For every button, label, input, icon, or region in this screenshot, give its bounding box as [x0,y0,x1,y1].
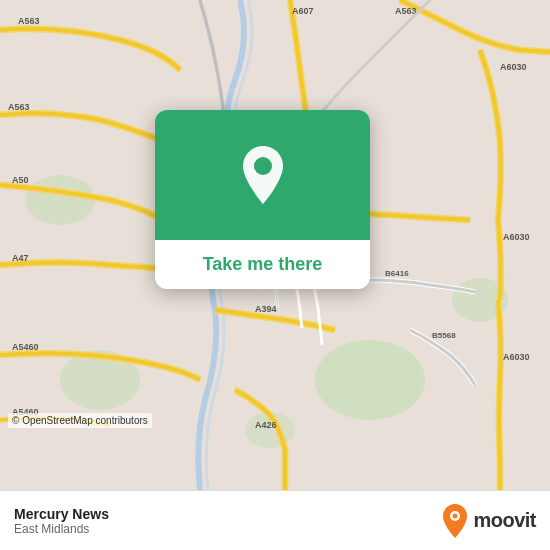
svg-text:A50: A50 [12,175,29,185]
location-pin-icon [237,144,289,206]
location-region: East Midlands [14,522,109,536]
moovit-logo: moovit [441,503,536,539]
svg-point-25 [453,513,458,518]
card-body: Take me there [155,240,370,289]
svg-text:B5568: B5568 [432,331,456,340]
svg-text:A6030: A6030 [503,232,530,242]
osm-credit: © OpenStreetMap contributors [8,413,152,428]
card-header [155,110,370,240]
moovit-pin-icon [441,503,469,539]
moovit-label: moovit [473,509,536,532]
svg-text:A394: A394 [255,304,277,314]
bottom-bar: Mercury News East Midlands moovit [0,490,550,550]
svg-point-23 [254,157,272,175]
svg-text:A47: A47 [12,253,29,263]
location-card: Take me there [155,110,370,289]
location-info: Mercury News East Midlands [14,506,109,536]
svg-text:A607: A607 [292,6,314,16]
svg-text:B6416: B6416 [385,269,409,278]
svg-text:A5460: A5460 [12,342,39,352]
location-name: Mercury News [14,506,109,522]
svg-text:A6030: A6030 [503,352,530,362]
svg-text:A6030: A6030 [500,62,527,72]
svg-point-3 [25,175,95,225]
svg-text:A563: A563 [18,16,40,26]
map-container: A563 A563 A50 A47 A5460 A5460 A607 A563 [0,0,550,490]
svg-point-1 [315,340,425,420]
svg-text:A563: A563 [395,6,417,16]
take-me-there-button[interactable]: Take me there [203,254,323,274]
svg-text:A563: A563 [8,102,30,112]
svg-text:A426: A426 [255,420,277,430]
